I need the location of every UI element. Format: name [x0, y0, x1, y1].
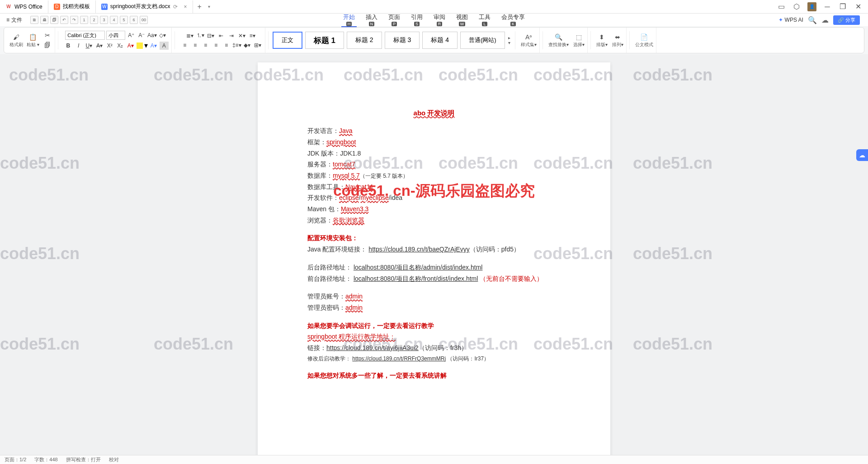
- find-icon[interactable]: 🔍: [554, 33, 563, 42]
- align-right-icon[interactable]: ≡: [201, 41, 210, 49]
- style-body[interactable]: 正文: [273, 32, 302, 49]
- align-left-icon[interactable]: ≡: [180, 41, 189, 49]
- clipboard-group: 🖌 格式刷 📋 粘贴 ▾ ✂ 🗐: [7, 28, 55, 53]
- qa-print-icon[interactable]: 🖶: [40, 16, 48, 24]
- search-icon[interactable]: 🔍: [808, 16, 817, 24]
- document-page[interactable]: abo 开发说明 开发语言：Java 框架：springboot JDK 版本：…: [258, 62, 610, 455]
- select-icon[interactable]: ⬚: [574, 33, 583, 42]
- multilevel-list-icon[interactable]: ⊟▾: [206, 32, 215, 40]
- qa-undo-icon[interactable]: ↶: [60, 16, 68, 24]
- cloud-sync-icon[interactable]: ☁: [821, 16, 829, 24]
- menu-insert[interactable]: 插入N: [364, 13, 379, 27]
- sync-icon: ⟳: [173, 4, 178, 10]
- clear-format-icon[interactable]: ◇▾: [158, 31, 167, 39]
- qa-tag1[interactable]: 1: [80, 16, 88, 24]
- char-shading-button[interactable]: A: [160, 42, 169, 50]
- document-canvas[interactable]: abo 开发说明 开发语言：Java 框架：springboot JDK 版本：…: [0, 54, 868, 455]
- arrange-h-icon[interactable]: ⬌: [613, 33, 622, 42]
- highlight-button[interactable]: [137, 43, 143, 49]
- gov-group: 📄公文模式: [632, 28, 656, 53]
- style-more-icon[interactable]: ▸▾: [506, 35, 512, 45]
- qa-redo-icon[interactable]: ↷: [70, 16, 78, 24]
- font-color-button[interactable]: A▾: [126, 42, 135, 50]
- style-h4[interactable]: 标题 4: [422, 32, 458, 49]
- decrease-font-icon[interactable]: A⁻: [137, 31, 146, 39]
- close-tab-icon[interactable]: ×: [184, 4, 187, 10]
- copy-icon[interactable]: 🗐: [43, 41, 52, 50]
- menu-page[interactable]: 页面P: [387, 13, 402, 27]
- menu-ref[interactable]: 引用S: [409, 13, 425, 27]
- maximize-icon[interactable]: ❐: [838, 2, 847, 11]
- cut-icon[interactable]: ✂: [43, 31, 52, 40]
- minimize-icon[interactable]: ─: [823, 2, 832, 11]
- avatar-icon[interactable]: 👤: [807, 2, 816, 11]
- qa-new-icon[interactable]: 🗎: [30, 16, 38, 24]
- align-center-icon[interactable]: ≡: [191, 41, 200, 49]
- increase-indent-icon[interactable]: ⇥: [227, 32, 236, 40]
- border-icon[interactable]: ⊞▾: [253, 41, 262, 49]
- decrease-indent-icon[interactable]: ⇤: [217, 32, 226, 40]
- app-tab[interactable]: W WPS Office: [0, 0, 48, 13]
- template-tab-label: 找稻壳模板: [63, 3, 90, 10]
- qa-tag2[interactable]: 2: [90, 16, 98, 24]
- para-settings-icon[interactable]: ✕▾: [237, 32, 246, 40]
- bold-button[interactable]: B: [64, 42, 73, 50]
- gov-mode-icon[interactable]: 📄: [640, 33, 649, 42]
- cloud-badge-icon[interactable]: ☁: [856, 149, 868, 161]
- subscript-button[interactable]: X₂: [116, 42, 125, 50]
- line-spacing-icon[interactable]: ‡≡▾: [232, 41, 241, 49]
- style-h3[interactable]: 标题 3: [385, 32, 420, 49]
- font-effect-button[interactable]: A▾: [149, 42, 158, 50]
- qa-tag00[interactable]: 00: [140, 16, 148, 24]
- italic-button[interactable]: I: [74, 42, 83, 50]
- underline-button[interactable]: U▾: [85, 42, 94, 50]
- paste-icon[interactable]: 📋: [28, 33, 38, 42]
- share-button[interactable]: 🔗 分享: [833, 15, 860, 25]
- font-family-select[interactable]: [65, 31, 105, 40]
- increase-font-icon[interactable]: A⁺: [127, 31, 136, 39]
- distribute-icon[interactable]: ≡: [222, 41, 231, 49]
- superscript-button[interactable]: X²: [105, 42, 114, 50]
- style-normal[interactable]: 普通(网站): [460, 32, 505, 49]
- qa-tag4[interactable]: 4: [110, 16, 118, 24]
- number-list-icon[interactable]: ⒈▾: [196, 32, 205, 40]
- proof-status[interactable]: 校对: [109, 456, 119, 463]
- qa-preview-icon[interactable]: 🗐: [50, 16, 58, 24]
- format-painter-icon[interactable]: 🖌: [12, 33, 21, 42]
- qa-tag6[interactable]: 6: [130, 16, 138, 24]
- package-icon[interactable]: ⬡: [792, 2, 801, 11]
- font-size-select[interactable]: [106, 31, 125, 40]
- qa-tag5[interactable]: 5: [120, 16, 128, 24]
- styleset-icon[interactable]: Aᵃ: [524, 33, 533, 42]
- sort-icon[interactable]: ≡▾: [248, 32, 257, 40]
- window-controls: ▭ ⬡ 👤 ─ ❐ ✕: [777, 2, 868, 11]
- align-justify-icon[interactable]: ≡: [212, 41, 221, 49]
- tab-dropdown-icon[interactable]: ▾: [206, 4, 212, 9]
- word-count[interactable]: 字数：448: [34, 456, 57, 463]
- style-h2[interactable]: 标题 2: [347, 32, 382, 49]
- bullet-list-icon[interactable]: ≣▾: [185, 32, 194, 40]
- menu-button[interactable]: ≡ 文件: [4, 15, 25, 25]
- menu-tools[interactable]: 工具L: [477, 13, 492, 27]
- add-tab-button[interactable]: +: [193, 3, 206, 11]
- spellcheck-status[interactable]: 拼写检查：打开: [66, 456, 101, 463]
- shading-icon[interactable]: ◆▾: [243, 41, 252, 49]
- close-window-icon[interactable]: ✕: [854, 2, 863, 11]
- qa-tag3[interactable]: 3: [100, 16, 108, 24]
- change-case-icon[interactable]: Aa▾: [147, 31, 156, 39]
- strike-button[interactable]: A̶▾: [95, 42, 104, 50]
- page-indicator[interactable]: 页面：1/2: [5, 456, 26, 463]
- tablet-mode-icon[interactable]: ▭: [777, 2, 786, 11]
- menu-tabs: 开始H 插入N 页面P 引用S 审阅R 视图W 工具L 会员专享K: [341, 13, 527, 27]
- arrange-v-icon[interactable]: ⬍: [597, 33, 606, 42]
- menu-review[interactable]: 审阅R: [432, 13, 447, 27]
- template-icon: D: [54, 4, 60, 10]
- arrange-group: ⬍排版▾ ⬌排列▾: [594, 28, 627, 53]
- document-tab[interactable]: W springboot开发文档.docx ⟳ ×: [96, 0, 193, 13]
- menu-start[interactable]: 开始H: [341, 13, 357, 27]
- menu-view[interactable]: 视图W: [454, 13, 470, 27]
- menu-member[interactable]: 会员专享K: [500, 13, 527, 27]
- wps-ai-button[interactable]: ✦WPS AI: [778, 17, 803, 23]
- style-h1[interactable]: 标题 1: [305, 32, 344, 49]
- template-tab[interactable]: D 找稻壳模板: [48, 0, 96, 13]
